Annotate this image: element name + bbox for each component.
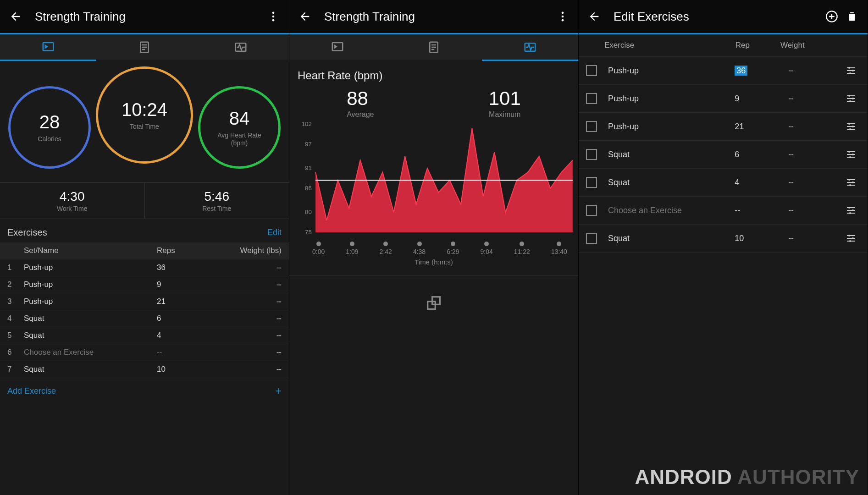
table-row[interactable]: 2 Push-up 9 --	[0, 276, 289, 293]
hr-avg-value: 88	[347, 88, 374, 110]
exercise-name: Squat	[24, 314, 157, 323]
checkbox[interactable]	[586, 233, 597, 244]
tab-notes[interactable]	[96, 34, 193, 60]
settings-icon[interactable]	[842, 149, 860, 160]
exercise-name[interactable]: Push-up	[608, 66, 735, 76]
calories-value: 28	[39, 112, 60, 132]
add-exercise-button[interactable]: Add Exercise +	[0, 378, 289, 404]
tab-summary[interactable]	[0, 34, 96, 60]
table-row[interactable]: 4 Squat 6 --	[0, 310, 289, 327]
rep-field[interactable]: --	[735, 206, 788, 215]
exercise-name[interactable]: Squat	[608, 234, 735, 243]
weight-value: --	[207, 314, 282, 323]
svg-text:91: 91	[305, 165, 312, 171]
tab-notes[interactable]	[386, 34, 482, 60]
plus-icon: +	[275, 385, 282, 397]
exercise-name[interactable]: Push-up	[608, 122, 735, 132]
checkbox[interactable]	[586, 149, 597, 160]
exercise-name[interactable]: Squat	[608, 178, 735, 187]
exercise-name: Choose an Exercise	[24, 348, 157, 357]
settings-icon[interactable]	[842, 65, 860, 76]
svg-text:80: 80	[305, 209, 312, 215]
worktime-value: 4:30	[0, 189, 144, 204]
time-split: 4:30 Work Time 5:46 Rest Time	[0, 182, 289, 219]
hr-chart: 1029791868075	[289, 121, 578, 240]
exercise-name[interactable]: Push-up	[608, 94, 735, 104]
rep-field[interactable]: 4	[735, 178, 788, 187]
table-row[interactable]: 7 Squat 10 --	[0, 361, 289, 378]
weight-field[interactable]: --	[788, 234, 842, 243]
edit-link[interactable]: Edit	[267, 228, 282, 237]
exercise-table-header: Set/Name Reps Weight (lbs)	[0, 242, 289, 259]
tab-bar	[0, 34, 289, 60]
checkbox[interactable]	[586, 177, 597, 188]
more-icon[interactable]	[553, 6, 573, 27]
rep-field[interactable]: 21	[735, 122, 788, 132]
settings-icon[interactable]	[842, 233, 860, 244]
reps-value: 36	[157, 263, 207, 272]
tab-heartrate[interactable]	[193, 34, 289, 60]
checkbox[interactable]	[586, 121, 597, 132]
reps-value: 21	[157, 297, 207, 306]
settings-icon[interactable]	[842, 121, 860, 132]
weight-field[interactable]: --	[788, 150, 842, 160]
stat-rings: 28 Calories 10:24 Total Time 84 Avg Hear…	[0, 61, 289, 182]
exercise-name[interactable]: Choose an Exercise	[608, 206, 735, 215]
calories-ring: 28 Calories	[8, 86, 91, 169]
weight-field[interactable]: --	[788, 206, 842, 215]
weight-field[interactable]: --	[788, 66, 842, 76]
list-item: Push-up 9 --	[579, 85, 868, 113]
totaltime-label: Total Time	[130, 123, 159, 131]
hr-title: Heart Rate (bpm)	[298, 69, 570, 82]
resttime-label: Rest Time	[145, 205, 289, 212]
weight-field[interactable]: --	[788, 178, 842, 187]
checkbox[interactable]	[586, 93, 597, 104]
weight-value: --	[207, 297, 282, 306]
list-item: Squat 6 --	[579, 141, 868, 169]
table-row[interactable]: 1 Push-up 36 --	[0, 259, 289, 276]
reps-value: 6	[157, 314, 207, 323]
list-item: Push-up 36 --	[579, 57, 868, 85]
exercise-name: Squat	[24, 365, 157, 374]
back-icon[interactable]	[6, 6, 26, 27]
x-axis-label: Time (h:m:s)	[289, 258, 578, 266]
checkbox[interactable]	[586, 205, 597, 216]
rep-field[interactable]: 9	[735, 94, 788, 104]
share-icon[interactable]	[289, 275, 578, 330]
edit-table-header: Exercise Rep Weight	[579, 34, 868, 57]
tab-heartrate[interactable]	[482, 34, 578, 60]
trash-icon[interactable]	[842, 6, 862, 27]
checkbox[interactable]	[586, 65, 597, 76]
settings-icon[interactable]	[842, 205, 860, 216]
rep-field[interactable]: 6	[735, 150, 788, 160]
avghr-value: 84	[229, 108, 250, 129]
svg-text:102: 102	[302, 121, 312, 127]
list-item: Squat 4 --	[579, 169, 868, 197]
table-row[interactable]: 3 Push-up 21 --	[0, 293, 289, 310]
exercise-name: Push-up	[24, 297, 157, 306]
exercise-name: Squat	[24, 331, 157, 340]
weight-field[interactable]: --	[788, 94, 842, 104]
back-icon[interactable]	[584, 6, 604, 27]
weight-value: --	[207, 280, 282, 289]
exercises-heading: Exercises	[7, 227, 267, 238]
rep-field[interactable]: 36	[735, 66, 788, 76]
more-icon[interactable]	[263, 6, 283, 27]
exercise-name[interactable]: Squat	[608, 150, 735, 160]
settings-icon[interactable]	[842, 93, 860, 104]
hr-stats: 88 Average 101 Maximum	[289, 85, 578, 121]
back-icon[interactable]	[295, 6, 315, 27]
summary-panel: Strength Training 28 Calories 10:24 Tota…	[0, 0, 289, 495]
tab-summary[interactable]	[289, 34, 386, 60]
exercise-name: Push-up	[24, 280, 157, 289]
weight-value: --	[207, 331, 282, 340]
table-row[interactable]: 6 Choose an Exercise -- --	[0, 344, 289, 361]
rep-field[interactable]: 10	[735, 234, 788, 243]
table-row[interactable]: 5 Squat 4 --	[0, 327, 289, 344]
list-item: Squat 10 --	[579, 225, 868, 253]
add-icon[interactable]	[822, 6, 842, 27]
settings-icon[interactable]	[842, 177, 860, 188]
heartrate-panel: Strength Training Heart Rate (bpm) 88 Av…	[289, 0, 579, 495]
weight-field[interactable]: --	[788, 122, 842, 132]
watermark: ANDROID AUTHORITY	[635, 466, 859, 489]
